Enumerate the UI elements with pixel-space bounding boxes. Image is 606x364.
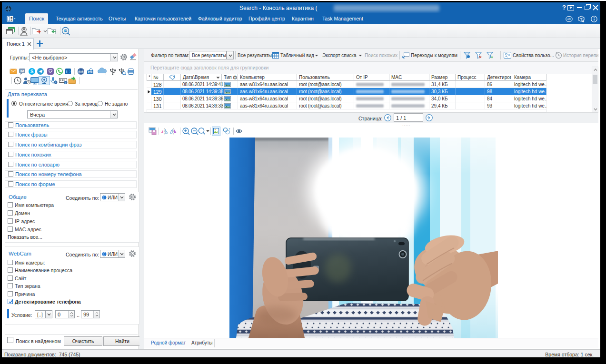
svg-text:FTP: FTP (88, 71, 93, 74)
svg-text:API: API (567, 18, 571, 20)
svg-text:IM: IM (20, 69, 24, 73)
svg-text:HTTP: HTTP (79, 70, 84, 73)
svg-text:L: L (66, 69, 69, 74)
svg-text:S: S (30, 69, 34, 74)
svg-text:ID: ID (64, 29, 68, 33)
